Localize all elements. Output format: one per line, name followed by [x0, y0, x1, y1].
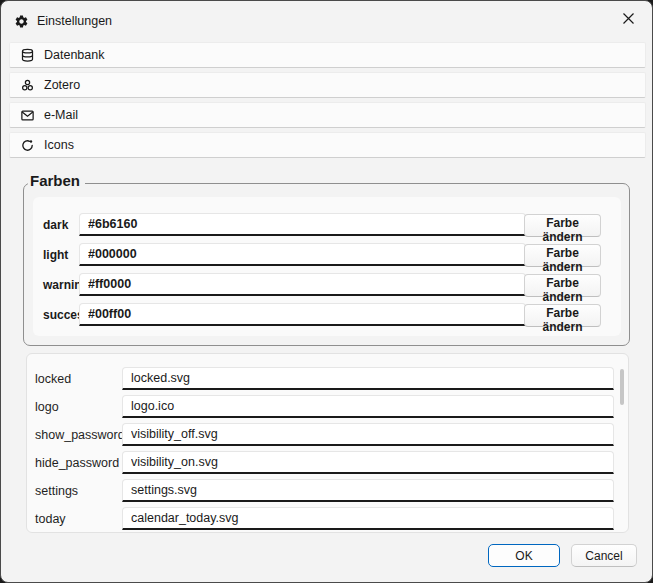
ok-button[interactable]: OK — [488, 544, 560, 567]
icon-file-input-hide-password[interactable] — [122, 451, 614, 474]
icon-file-name-label: logo — [35, 400, 59, 414]
icon-file-row-hide-password: hide_password — [35, 451, 620, 477]
change-color-button-warning[interactable]: Farbe ändern — [524, 274, 601, 297]
icon-file-name-label: hide_password — [35, 456, 119, 470]
color-value-input-light[interactable] — [79, 243, 526, 266]
icon-file-name-label: show_password — [35, 428, 125, 442]
color-name-label: dark — [43, 218, 68, 232]
close-icon — [622, 12, 635, 25]
color-row-success: success Farbe ändern — [43, 303, 611, 328]
section-header-label: e-Mail — [44, 108, 78, 122]
section-header-list: Datenbank Zotero e-Mail — [9, 42, 646, 162]
settings-dialog: Einstellungen Datenbank — [0, 0, 653, 583]
icon-file-row-locked: locked — [35, 367, 620, 393]
section-header-email[interactable]: e-Mail — [9, 102, 646, 128]
change-color-button-dark[interactable]: Farbe ändern — [524, 214, 601, 237]
section-header-zotero[interactable]: Zotero — [9, 72, 646, 98]
cancel-button[interactable]: Cancel — [571, 544, 637, 567]
close-button[interactable] — [606, 2, 651, 34]
color-value-input-success[interactable] — [79, 303, 526, 326]
icon-file-name-label: today — [35, 512, 66, 526]
icon-file-row-show-password: show_password — [35, 423, 620, 449]
icon-file-input-settings[interactable] — [122, 479, 614, 502]
icon-file-row-logo: logo — [35, 395, 620, 421]
icon-file-input-logo[interactable] — [122, 395, 614, 418]
farben-legend: Farben — [28, 172, 85, 189]
icon-file-input-show-password[interactable] — [122, 423, 614, 446]
envelope-icon — [20, 108, 35, 123]
icon-file-row-settings: settings — [35, 479, 620, 505]
section-header-label: Datenbank — [44, 48, 104, 62]
icon-file-input-locked[interactable] — [122, 367, 614, 390]
icon-file-name-label: settings — [35, 484, 78, 498]
icon-files-list: locked logo show_password hide_password … — [26, 353, 629, 533]
color-value-input-warning[interactable] — [79, 273, 526, 296]
settings-gear-icon — [14, 14, 29, 29]
database-icon — [20, 48, 35, 63]
window-title: Einstellungen — [37, 14, 112, 28]
color-row-light: light Farbe ändern — [43, 243, 611, 268]
color-value-input-dark[interactable] — [79, 213, 526, 236]
zotero-knot-icon — [20, 78, 35, 93]
section-header-datenbank[interactable]: Datenbank — [9, 42, 646, 68]
icon-file-name-label: locked — [35, 372, 71, 386]
section-header-icons[interactable]: Icons — [9, 132, 646, 158]
icon-file-input-today[interactable] — [122, 507, 614, 530]
farben-groupbox: Farben dark Farbe ändern light Farbe änd… — [23, 183, 630, 346]
section-header-label: Icons — [44, 138, 74, 152]
section-header-label: Zotero — [44, 78, 80, 92]
farben-panel: dark Farbe ändern light Farbe ändern war… — [33, 197, 621, 336]
change-color-button-success[interactable]: Farbe ändern — [524, 304, 601, 327]
color-row-warning: warning Farbe ändern — [43, 273, 611, 298]
icon-file-row-today: today — [35, 507, 620, 533]
change-color-button-light[interactable]: Farbe ändern — [524, 244, 601, 267]
color-row-dark: dark Farbe ändern — [43, 213, 611, 238]
scrollbar-thumb[interactable] — [620, 369, 624, 405]
color-name-label: light — [43, 248, 68, 262]
titlebar: Einstellungen — [1, 1, 652, 41]
refresh-icon — [20, 138, 35, 153]
